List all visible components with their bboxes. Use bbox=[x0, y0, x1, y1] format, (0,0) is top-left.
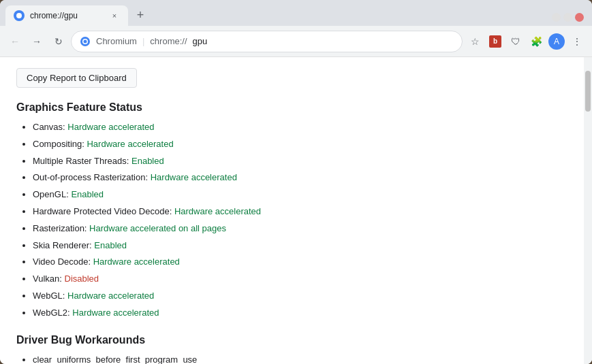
tab-strip: chrome://gpu × + bbox=[0, 5, 544, 26]
address-browser-name: Chromium bbox=[96, 36, 137, 46]
graphics-feature-item: Canvas: Hardware accelerated bbox=[33, 120, 567, 135]
star-icon: ☆ bbox=[471, 36, 480, 47]
graphics-feature-item: WebGL: Hardware accelerated bbox=[33, 289, 567, 303]
feature-status: Enabled bbox=[94, 240, 127, 250]
reload-icon: ↻ bbox=[54, 36, 63, 47]
graphics-feature-list: Canvas: Hardware acceleratedCompositing:… bbox=[16, 120, 567, 320]
feature-label: Rasterization: bbox=[33, 223, 89, 233]
badge-button[interactable]: b bbox=[486, 32, 505, 51]
forward-icon: → bbox=[32, 36, 42, 47]
graphics-feature-item: Multiple Raster Threads: Enabled bbox=[33, 154, 567, 169]
address-divider: | bbox=[142, 36, 144, 46]
graphics-feature-item: Hardware Protected Video Decode: Hardwar… bbox=[33, 205, 567, 219]
forward-button[interactable]: → bbox=[27, 32, 46, 51]
toolbar-icons: ☆ b 🛡 🧩 A ⋮ bbox=[465, 32, 587, 51]
feature-status: Hardware accelerated bbox=[151, 172, 237, 182]
graphics-feature-item: WebGL2: Hardware accelerated bbox=[33, 306, 567, 320]
close-button[interactable]: × bbox=[575, 13, 584, 22]
feature-label: Video Decode: bbox=[33, 257, 93, 267]
scrollbar-thumb[interactable] bbox=[585, 71, 591, 112]
driver-workaround-list: clear_uniforms_before_first_program_usec… bbox=[16, 353, 567, 364]
shield-icon: 🛡 bbox=[511, 36, 520, 47]
feature-label: Compositing: bbox=[33, 139, 87, 149]
browser-window: chrome://gpu × + − □ × ← → ↻ bbox=[0, 0, 592, 364]
driver-workaround-item: clear_uniforms_before_first_program_use bbox=[33, 353, 567, 364]
feature-label: OpenGL: bbox=[33, 189, 71, 199]
svg-point-0 bbox=[16, 13, 22, 18]
address-scheme: chrome:// bbox=[150, 36, 187, 46]
graphics-feature-item: Skia Renderer: Enabled bbox=[33, 239, 567, 253]
feature-status: Enabled bbox=[71, 189, 104, 199]
driver-section-title: Driver Bug Workarounds bbox=[16, 334, 567, 346]
feature-label: Vulkan: bbox=[33, 274, 65, 284]
active-tab[interactable]: chrome://gpu × bbox=[5, 5, 128, 26]
feature-label: Out-of-process Rasterization: bbox=[33, 172, 151, 182]
feature-status: Hardware accelerated bbox=[174, 206, 261, 216]
window-controls: − □ × bbox=[544, 13, 592, 22]
page-scroll-area[interactable]: Copy Report to Clipboard Graphics Featur… bbox=[0, 57, 584, 364]
graphics-feature-item: Vulkan: Disabled bbox=[33, 272, 567, 286]
feature-status: Enabled bbox=[131, 156, 164, 166]
feature-label: WebGL2: bbox=[33, 308, 72, 318]
feature-status: Hardware accelerated bbox=[87, 139, 173, 149]
back-icon: ← bbox=[10, 36, 20, 47]
feature-status: Hardware accelerated bbox=[67, 122, 154, 132]
tab-close-button[interactable]: × bbox=[109, 10, 120, 21]
new-tab-button[interactable]: + bbox=[131, 5, 150, 24]
feature-label: Multiple Raster Threads: bbox=[33, 156, 131, 166]
address-path: gpu bbox=[193, 36, 208, 46]
graphics-feature-item: Out-of-process Rasterization: Hardware a… bbox=[33, 171, 567, 185]
copy-report-button[interactable]: Copy Report to Clipboard bbox=[16, 68, 137, 88]
page-content: Copy Report to Clipboard Graphics Featur… bbox=[0, 57, 592, 364]
toolbar: ← → ↻ Chromium | chrome://gpu ☆ b bbox=[0, 26, 592, 57]
tab-title: chrome://gpu bbox=[30, 11, 104, 20]
graphics-feature-item: Rasterization: Hardware accelerated on a… bbox=[33, 222, 567, 236]
maximize-button[interactable]: □ bbox=[563, 13, 572, 22]
graphics-feature-item: Compositing: Hardware accelerated bbox=[33, 137, 567, 152]
profile-button[interactable]: A bbox=[547, 32, 566, 51]
tab-favicon bbox=[14, 10, 25, 21]
svg-point-3 bbox=[84, 39, 87, 43]
puzzle-icon: 🧩 bbox=[531, 36, 542, 47]
titlebar: chrome://gpu × + − □ × bbox=[0, 0, 592, 26]
feature-label: Skia Renderer: bbox=[33, 240, 94, 250]
profile-avatar: A bbox=[548, 33, 565, 50]
feature-status: Hardware accelerated on all pages bbox=[89, 223, 226, 233]
back-button[interactable]: ← bbox=[5, 32, 25, 51]
badge-icon: b bbox=[489, 35, 501, 48]
feature-label: Canvas: bbox=[33, 122, 67, 132]
reload-button[interactable]: ↻ bbox=[49, 32, 68, 51]
graphics-feature-item: OpenGL: Enabled bbox=[33, 188, 567, 202]
chromium-logo-icon bbox=[80, 36, 91, 47]
extensions-button[interactable]: 🧩 bbox=[527, 32, 546, 51]
bookmark-button[interactable]: ☆ bbox=[465, 32, 484, 51]
graphics-feature-item: Video Decode: Hardware accelerated bbox=[33, 255, 567, 269]
feature-label: WebGL: bbox=[33, 291, 67, 301]
feature-status: Disabled bbox=[65, 274, 99, 284]
feature-label: Hardware Protected Video Decode: bbox=[33, 206, 174, 216]
feature-status: Hardware accelerated bbox=[67, 291, 154, 301]
scrollbar-track[interactable] bbox=[584, 57, 592, 364]
address-bar[interactable]: Chromium | chrome://gpu bbox=[71, 31, 463, 52]
minimize-button[interactable]: − bbox=[552, 13, 561, 22]
menu-button[interactable]: ⋮ bbox=[567, 32, 587, 51]
kebab-menu-icon: ⋮ bbox=[572, 36, 582, 47]
feature-status: Hardware accelerated bbox=[93, 257, 180, 267]
shield-button[interactable]: 🛡 bbox=[506, 32, 525, 51]
graphics-section-title: Graphics Feature Status bbox=[16, 101, 567, 114]
feature-status: Hardware accelerated bbox=[72, 308, 159, 318]
